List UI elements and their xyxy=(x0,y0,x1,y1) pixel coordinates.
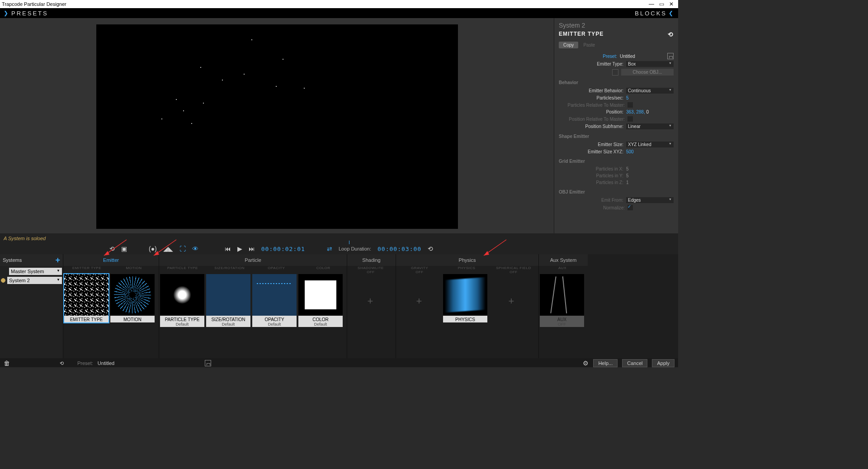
save-preset-icon[interactable] xyxy=(667,53,674,59)
loop-value[interactable]: 00:00:03:00 xyxy=(377,246,421,252)
bottom-save-icon[interactable] xyxy=(205,360,211,366)
reset-bottom-icon[interactable]: ⟲ xyxy=(60,360,64,366)
pos-subframe-label: Position Subframe: xyxy=(559,124,626,129)
behavior-header: Behavior xyxy=(559,80,674,85)
panel-title: EMITTER TYPE xyxy=(559,31,604,38)
thumb-color xyxy=(298,274,343,316)
system2-dropdown[interactable]: System 2 xyxy=(7,277,62,284)
playhead-icon[interactable] xyxy=(349,241,349,244)
preset-label: Preset: xyxy=(559,54,620,59)
help-button[interactable]: Help... xyxy=(593,359,618,367)
camera-icon[interactable]: ▣ xyxy=(121,245,127,252)
bottom-preset-label: Preset: xyxy=(77,360,93,366)
normalize-checkbox[interactable] xyxy=(627,205,633,210)
block-opacity[interactable]: OPACITYDefault xyxy=(252,274,297,327)
particles-sec-label: Particles/sec: xyxy=(559,95,626,100)
systems-header: Systems xyxy=(3,257,22,263)
thumb-size-rotation xyxy=(206,274,250,316)
panel-system-name: System 2 xyxy=(559,22,674,29)
thumb-motion xyxy=(110,274,155,316)
loop-icon[interactable]: ⇄ xyxy=(327,245,332,252)
window-minimize[interactable]: — xyxy=(646,1,656,7)
thumb-opacity xyxy=(252,274,297,316)
solo-status: A System is soloed xyxy=(4,236,46,241)
add-gravity-block[interactable]: + xyxy=(397,274,441,328)
blocks-toggle-icon[interactable]: ❮ xyxy=(667,10,676,16)
group-aux[interactable]: Aux System xyxy=(539,254,588,266)
bottom-preset-value[interactable]: Untitled xyxy=(98,360,114,366)
window-close[interactable]: ✕ xyxy=(666,1,676,7)
pos-rel-master-checkbox[interactable] xyxy=(627,116,633,122)
fit-icon[interactable]: ⛶ xyxy=(179,245,186,252)
group-particle[interactable]: Particle xyxy=(159,254,347,266)
emitter-behavior-dropdown[interactable]: Continuous xyxy=(626,88,674,94)
timecode[interactable]: 00:00:02:01 xyxy=(261,246,305,252)
emitter-type-dropdown[interactable]: Box xyxy=(626,61,674,67)
block-color[interactable]: COLORDefault xyxy=(298,274,343,327)
blocks-area: Emitter EMITTER TYPE MOTION EMITTER TYPE… xyxy=(63,254,678,358)
grid-emitter-header: Grid Emitter xyxy=(559,159,674,164)
choose-obj-button[interactable]: Choose OBJ... xyxy=(621,69,674,76)
dof-icon[interactable]: (●) xyxy=(149,245,157,252)
emitter-size-dropdown[interactable]: XYZ Linked xyxy=(626,142,674,147)
rel-master-checkbox[interactable] xyxy=(627,102,633,108)
block-aux[interactable]: AUXOFF xyxy=(540,274,584,327)
presets-toggle-icon[interactable]: ❯ xyxy=(2,10,11,16)
apply-button[interactable]: Apply xyxy=(652,359,675,367)
master-system-dropdown[interactable]: Master System xyxy=(9,268,62,275)
particles-sec-value[interactable]: 5 xyxy=(626,95,674,100)
settings-icon[interactable]: ⚙ xyxy=(583,360,589,367)
preset-value[interactable]: Untitled xyxy=(620,54,667,59)
block-physics[interactable]: PHYSICS xyxy=(443,274,487,328)
emit-from-dropdown[interactable]: Edges xyxy=(626,197,674,203)
add-shading-block[interactable]: + xyxy=(348,274,392,328)
block-emitter-type[interactable]: EMITTER TYPE xyxy=(64,274,108,322)
blocklabel-color: COLOR xyxy=(300,266,347,273)
normalize-label: Normalize: xyxy=(559,205,627,210)
motionblur-icon[interactable]: ◢◣ xyxy=(163,245,173,252)
blocks-label[interactable]: BLOCKS xyxy=(635,10,667,17)
blocklabel-physics: PHYSICS xyxy=(443,266,490,273)
window-title: Trapcode Particular Designer xyxy=(2,1,66,7)
pos-subframe-dropdown[interactable]: Linear xyxy=(626,123,674,129)
emitter-size-xyz-value[interactable]: 500 xyxy=(626,149,674,154)
forward-icon[interactable]: ⏭ xyxy=(249,245,255,252)
particles-z-label: Particles in Z: xyxy=(559,180,626,185)
reset-icon[interactable]: ⟲ xyxy=(668,31,674,38)
pos-rel-master-label: Position Relative To Master: xyxy=(559,117,627,122)
preview-area xyxy=(0,18,554,233)
block-particle-type[interactable]: PARTICLE TYPEDefault xyxy=(160,274,204,327)
cap-motion: MOTION xyxy=(110,316,155,322)
solo-icon[interactable] xyxy=(1,278,5,283)
blocklabel-opacity: OPACITY xyxy=(253,266,300,273)
particles-y-label: Particles in Y: xyxy=(559,173,626,178)
paste-button[interactable]: Paste xyxy=(580,42,599,48)
block-motion[interactable]: MOTION xyxy=(110,274,155,322)
group-emitter[interactable]: Emitter xyxy=(63,254,159,266)
add-system-icon[interactable]: + xyxy=(55,256,60,265)
blocklabel-aux: AUX xyxy=(539,266,586,273)
preview-canvas[interactable] xyxy=(96,24,458,229)
undo-icon[interactable]: ⟲ xyxy=(109,245,115,252)
visibility-icon[interactable]: 👁 xyxy=(192,245,198,252)
blocklabel-particle-type: PARTICLE TYPE xyxy=(159,266,206,273)
block-size-rotation[interactable]: SIZE/ROTATIONDefault xyxy=(206,274,250,327)
cap-aux: AUXOFF xyxy=(540,316,584,327)
play-icon[interactable]: ▶ xyxy=(237,245,242,252)
trash-icon[interactable]: 🗑 xyxy=(4,360,10,367)
particles-x-label: Particles in X: xyxy=(559,166,626,171)
group-shading[interactable]: Shading xyxy=(347,254,396,266)
presets-label[interactable]: PRESETS xyxy=(11,10,48,17)
group-physics[interactable]: Physics xyxy=(396,254,538,266)
add-spherical-block[interactable]: + xyxy=(489,274,533,328)
position-value[interactable]: 363, 288, 0 xyxy=(626,109,674,114)
copy-button[interactable]: Copy xyxy=(559,42,578,48)
top-bar: ❯ PRESETS BLOCKS ❮ xyxy=(0,8,678,18)
cancel-button[interactable]: Cancel xyxy=(622,359,647,367)
rewind-icon[interactable]: ⏮ xyxy=(225,245,231,252)
window-maximize[interactable]: ▭ xyxy=(656,1,666,7)
window-titlebar: Trapcode Particular Designer — ▭ ✕ xyxy=(0,0,678,8)
rel-master-label: Particles Relative To Master: xyxy=(559,103,627,108)
loop-reset-icon[interactable]: ⟲ xyxy=(428,245,433,252)
obj-swatch[interactable] xyxy=(612,69,618,76)
